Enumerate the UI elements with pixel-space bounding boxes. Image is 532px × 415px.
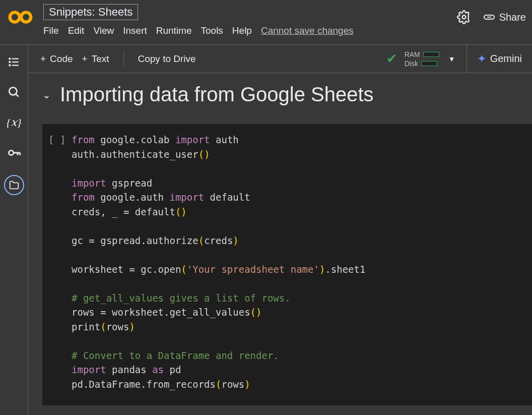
variables-icon[interactable]: {𝑥} bbox=[6, 114, 22, 131]
save-status[interactable]: Cannot save changes bbox=[261, 25, 354, 36]
notebook[interactable]: ⌄ Importing data from Google Sheets [ ] … bbox=[28, 73, 532, 415]
colab-logo[interactable] bbox=[6, 7, 36, 27]
copy-to-drive-label: Copy to Drive bbox=[138, 53, 196, 65]
svg-point-5 bbox=[9, 57, 11, 60]
svg-line-12 bbox=[16, 94, 18, 96]
sparkle-icon: ✦ bbox=[477, 52, 486, 66]
section-header: ⌄ Importing data from Google Sheets bbox=[28, 83, 532, 106]
header-right: Share bbox=[457, 10, 532, 24]
search-icon[interactable] bbox=[6, 84, 22, 100]
menu-help[interactable]: Help bbox=[232, 25, 252, 36]
share-button[interactable]: Share bbox=[483, 11, 532, 23]
menu-runtime[interactable]: Runtime bbox=[156, 25, 192, 36]
svg-point-11 bbox=[9, 87, 17, 95]
toolbar: + Code + Text Copy to Drive ✔ RAM Disk ▼ bbox=[28, 45, 532, 73]
add-code-label: Code bbox=[50, 53, 73, 65]
settings-icon[interactable] bbox=[457, 10, 471, 24]
divider bbox=[123, 51, 124, 67]
share-label: Share bbox=[499, 12, 526, 23]
disk-bar bbox=[421, 61, 437, 66]
add-text-button[interactable]: + Text bbox=[80, 53, 111, 65]
svg-rect-10 bbox=[12, 65, 18, 66]
menu-file[interactable]: File bbox=[43, 25, 59, 36]
add-text-label: Text bbox=[92, 53, 109, 65]
code-cell[interactable]: [ ] from google.colab import auth auth.a… bbox=[42, 124, 532, 405]
gemini-button[interactable]: ✦ Gemini bbox=[467, 45, 522, 73]
section-title: Importing data from Google Sheets bbox=[60, 83, 374, 106]
svg-point-9 bbox=[9, 64, 11, 66]
chevron-down-icon[interactable]: ⌄ bbox=[42, 89, 51, 101]
files-icon[interactable] bbox=[4, 175, 24, 195]
svg-rect-8 bbox=[12, 62, 18, 63]
toc-icon[interactable] bbox=[6, 54, 22, 70]
secrets-icon[interactable] bbox=[6, 145, 22, 161]
disk-label: Disk bbox=[405, 60, 418, 68]
plus-icon: + bbox=[82, 53, 88, 65]
menu-tools[interactable]: Tools bbox=[201, 25, 223, 36]
main: {𝑥} + Code + Text Copy to Drive ✔ bbox=[0, 44, 532, 415]
ram-label: RAM bbox=[405, 50, 420, 58]
content-area: + Code + Text Copy to Drive ✔ RAM Disk ▼ bbox=[28, 44, 532, 415]
runtime-status[interactable]: ✔ RAM Disk ▼ bbox=[386, 50, 455, 68]
copy-to-drive-button[interactable]: Copy to Drive bbox=[136, 53, 198, 65]
document-title[interactable]: Snippets: Sheets bbox=[43, 4, 138, 20]
menu-edit[interactable]: Edit bbox=[68, 25, 85, 36]
plus-icon: + bbox=[40, 53, 46, 65]
add-code-button[interactable]: + Code bbox=[38, 53, 75, 65]
header: Snippets: Sheets File Edit View Insert R… bbox=[0, 0, 532, 44]
check-icon: ✔ bbox=[386, 51, 397, 67]
sidebar-left: {𝑥} bbox=[0, 44, 28, 415]
link-icon bbox=[483, 11, 495, 23]
svg-point-1 bbox=[21, 12, 31, 22]
cell-prompt[interactable]: [ ] bbox=[48, 133, 70, 391]
svg-rect-6 bbox=[12, 58, 18, 59]
code-content[interactable]: from google.colab import auth auth.authe… bbox=[72, 133, 365, 391]
ram-bar bbox=[423, 52, 439, 57]
title-area: Snippets: Sheets File Edit View Insert R… bbox=[43, 4, 457, 36]
svg-point-13 bbox=[9, 150, 13, 155]
svg-point-7 bbox=[9, 61, 11, 63]
svg-point-0 bbox=[10, 12, 20, 22]
menu-view[interactable]: View bbox=[93, 25, 114, 36]
menu-insert[interactable]: Insert bbox=[123, 25, 147, 36]
menubar: File Edit View Insert Runtime Tools Help… bbox=[43, 25, 457, 36]
svg-point-2 bbox=[462, 16, 466, 19]
chevron-down-icon[interactable]: ▼ bbox=[448, 55, 455, 63]
gemini-label: Gemini bbox=[490, 53, 522, 65]
resource-meters: RAM Disk bbox=[405, 50, 439, 68]
